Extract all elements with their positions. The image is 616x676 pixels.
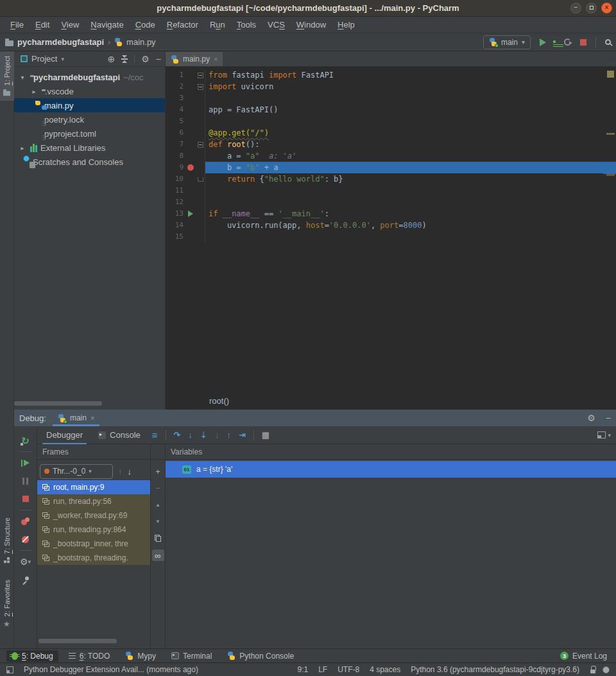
- view-breakpoints-icon[interactable]: [14, 512, 37, 530]
- line-number[interactable]: 7: [166, 139, 185, 150]
- run-configuration-select[interactable]: main ▾: [483, 35, 531, 49]
- code-line-15[interactable]: 15: [166, 231, 616, 243]
- editor-tab-main-py[interactable]: main.py ×: [166, 52, 223, 66]
- code-line-5[interactable]: 5: [166, 116, 616, 127]
- line-number[interactable]: 14: [166, 220, 185, 231]
- frame-row[interactable]: _bootstrap, threading.: [37, 551, 150, 565]
- hide-panel-icon[interactable]: −: [606, 413, 611, 422]
- tool-window-button-5-debug[interactable]: 5: Debug: [6, 650, 58, 662]
- chevron-right-icon[interactable]: ▸: [30, 88, 38, 95]
- settings-icon[interactable]: ⚙▾: [14, 553, 37, 571]
- error-stripe-warning-mark[interactable]: [606, 133, 615, 135]
- line-number[interactable]: 12: [166, 196, 185, 208]
- sidebar-tab-structure[interactable]: 7: Structure: [0, 513, 14, 568]
- error-stripe-breakpoint-mark[interactable]: [606, 174, 615, 176]
- fold-marker-icon[interactable]: [196, 81, 205, 92]
- code-line-11[interactable]: 11: [166, 185, 616, 196]
- menu-item-tools[interactable]: Tools: [232, 18, 261, 31]
- line-number[interactable]: 9: [166, 162, 185, 173]
- highlighting-level-icon[interactable]: [603, 666, 610, 673]
- tool-window-toggle-icon[interactable]: [6, 666, 13, 673]
- remove-watch-icon[interactable]: −: [155, 483, 160, 493]
- close-button[interactable]: ×: [601, 3, 612, 13]
- code-line-9[interactable]: 9 b = "b" + a: [166, 162, 616, 173]
- step-into-my-code-icon[interactable]: ⇣: [200, 430, 207, 440]
- line-number[interactable]: 4: [166, 104, 185, 116]
- duplicate-icon[interactable]: [155, 533, 161, 543]
- line-number[interactable]: 3: [166, 92, 185, 104]
- code-line-12[interactable]: 12: [166, 196, 616, 208]
- status-message[interactable]: Python Debugger Extension Avail... (mome…: [24, 665, 198, 674]
- scope-breadcrumb[interactable]: root(): [209, 396, 229, 406]
- step-into-icon[interactable]: ↓: [188, 430, 193, 440]
- line-number[interactable]: 8: [166, 150, 185, 162]
- tree-item-scratches-and-consoles[interactable]: Scratches and Consoles: [14, 155, 165, 169]
- move-up-icon[interactable]: ▲: [155, 499, 160, 510]
- code-area[interactable]: 1from fastapi import FastAPI2import uvic…: [166, 67, 616, 392]
- frame-row[interactable]: root, main.py:9: [37, 480, 150, 494]
- menu-item-file[interactable]: File: [5, 18, 29, 31]
- threads-view-icon[interactable]: ≡: [152, 429, 158, 440]
- tab-console[interactable]: Console: [94, 426, 144, 444]
- maximize-button[interactable]: [586, 3, 597, 13]
- lock-icon[interactable]: [590, 666, 596, 673]
- tree-item-external-libraries[interactable]: ▸External Libraries: [14, 141, 165, 155]
- add-watch-icon[interactable]: +: [155, 466, 160, 476]
- evaluate-expression-icon[interactable]: ▦: [262, 430, 270, 440]
- event-log-button[interactable]: 3Event Log: [560, 652, 610, 661]
- move-down-icon[interactable]: ▼: [155, 516, 160, 526]
- chevron-down-icon[interactable]: ▾: [61, 56, 64, 62]
- frame-row[interactable]: run, thread.py:56: [37, 494, 150, 508]
- step-over-icon[interactable]: ↷: [174, 430, 181, 440]
- code-line-13[interactable]: 13if __name__ == '__main__':: [166, 208, 616, 220]
- menu-item-navigate[interactable]: Navigate: [85, 18, 128, 31]
- line-number[interactable]: 6: [166, 127, 185, 139]
- frame-up-icon[interactable]: ↑: [118, 467, 123, 476]
- code-line-4[interactable]: 4app = FastAPI(): [166, 104, 616, 116]
- stop-icon[interactable]: [580, 39, 586, 46]
- menu-item-view[interactable]: View: [56, 18, 84, 31]
- caret-position[interactable]: 9:1: [297, 665, 308, 674]
- chevron-right-icon[interactable]: ▸: [18, 144, 27, 152]
- frame-row[interactable]: _worker, thread.py:69: [37, 508, 150, 523]
- line-number[interactable]: 10: [166, 173, 185, 185]
- tool-window-button-python-console[interactable]: Python Console: [222, 650, 299, 662]
- horizontal-scrollbar[interactable]: [38, 639, 117, 643]
- frame-down-icon[interactable]: ↓: [128, 467, 132, 476]
- fold-marker-icon[interactable]: [196, 173, 205, 185]
- pin-icon[interactable]: [14, 571, 37, 589]
- fold-marker-icon[interactable]: [196, 139, 205, 150]
- menu-item-window[interactable]: Window: [291, 18, 331, 31]
- layout-settings-icon[interactable]: [597, 431, 606, 438]
- gear-icon[interactable]: ⚙: [587, 413, 595, 422]
- mute-breakpoints-icon[interactable]: [14, 530, 37, 548]
- line-ending[interactable]: LF: [318, 665, 327, 674]
- line-number[interactable]: 13: [166, 208, 185, 220]
- locate-icon[interactable]: ⊕: [108, 55, 116, 64]
- menu-item-vcs[interactable]: VCS: [262, 18, 290, 31]
- breadcrumb-file[interactable]: main.py: [126, 37, 156, 47]
- gear-icon[interactable]: ⚙: [141, 55, 150, 64]
- close-icon[interactable]: ×: [90, 414, 94, 422]
- rerun-icon[interactable]: ↻: [14, 431, 37, 449]
- tool-window-button-terminal[interactable]: Terminal: [166, 650, 217, 662]
- error-stripe-caret-mark[interactable]: [603, 162, 616, 174]
- code-line-1[interactable]: 1from fastapi import FastAPI: [166, 69, 616, 81]
- step-out-icon[interactable]: ↑: [227, 430, 231, 440]
- interpreter[interactable]: Python 3.6 (pycharmdebugfastapi-9cdjtyrg…: [411, 665, 579, 674]
- line-number[interactable]: 11: [166, 185, 185, 196]
- menu-item-code[interactable]: Code: [130, 18, 160, 31]
- collapse-all-icon[interactable]: [121, 55, 128, 63]
- frame-row[interactable]: _bootstrap_inner, thre: [37, 537, 150, 551]
- tree-item-pyproject-toml[interactable]: pyproject.toml: [14, 126, 165, 141]
- tab-debugger[interactable]: Debugger: [42, 426, 87, 444]
- chevron-down-icon[interactable]: ▾: [18, 74, 27, 81]
- hide-panel-icon[interactable]: −: [156, 55, 161, 64]
- code-line-7[interactable]: 7def root():: [166, 139, 616, 150]
- infinity-icon[interactable]: ∞: [152, 550, 164, 561]
- breakpoint-icon[interactable]: [185, 162, 196, 173]
- line-number[interactable]: 1: [166, 69, 185, 81]
- sidebar-tab-favorites[interactable]: 2: Favorites ★: [0, 575, 14, 633]
- tool-window-button-6-todo[interactable]: 6: TODO: [64, 650, 116, 662]
- tree-item-poetry-lock[interactable]: poetry.lock: [14, 112, 165, 126]
